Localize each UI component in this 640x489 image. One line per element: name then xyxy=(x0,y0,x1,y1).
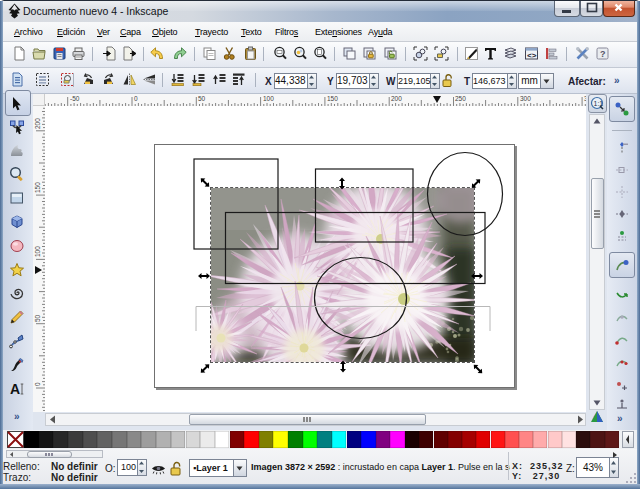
svg-text:0: 0 xyxy=(34,382,41,386)
svg-text:100: 100 xyxy=(263,95,274,102)
svg-text:250: 250 xyxy=(455,95,466,102)
svg-text:150: 150 xyxy=(327,95,338,102)
svg-text:1:1: 1:1 xyxy=(594,100,604,107)
svg-text:150: 150 xyxy=(34,182,41,193)
svg-text:0: 0 xyxy=(134,95,138,102)
svg-text:?: ? xyxy=(600,49,606,59)
svg-text:50: 50 xyxy=(198,95,206,102)
svg-text:300: 300 xyxy=(520,95,531,102)
svg-text:350: 350 xyxy=(584,95,586,102)
svg-text:100: 100 xyxy=(34,246,41,257)
svg-text:-50: -50 xyxy=(70,95,80,102)
svg-text:50: 50 xyxy=(34,314,41,322)
svg-text:A: A xyxy=(10,381,20,397)
svg-text:200: 200 xyxy=(391,95,402,102)
svg-text:200: 200 xyxy=(34,118,41,129)
svg-text:<>: <> xyxy=(527,51,537,60)
